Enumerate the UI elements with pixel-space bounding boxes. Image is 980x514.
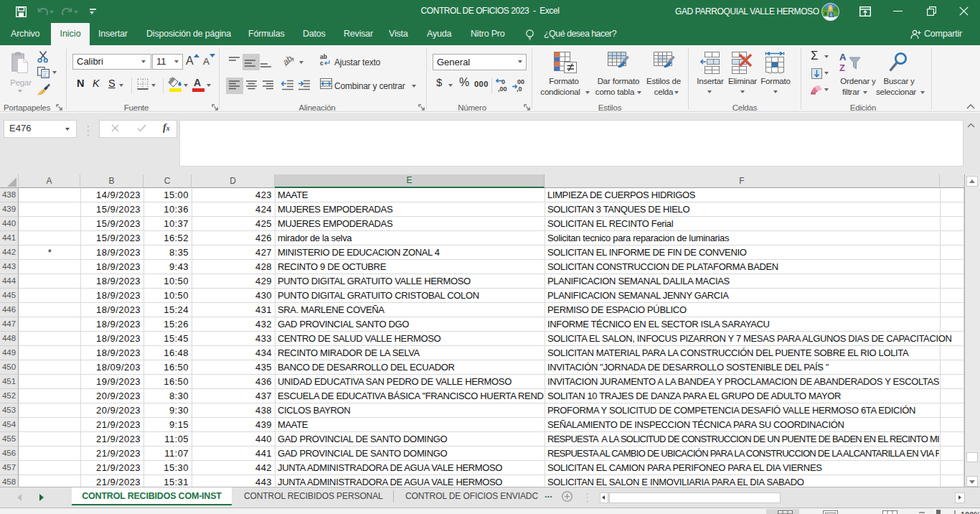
svg-text:00: 00 — [517, 78, 524, 85]
svg-text:c: c — [320, 60, 324, 66]
svg-text:Z: Z — [839, 62, 845, 73]
svg-text:0: 0 — [501, 78, 505, 85]
svg-text:,00: ,00 — [498, 85, 507, 93]
svg-text:A: A — [839, 52, 847, 62]
